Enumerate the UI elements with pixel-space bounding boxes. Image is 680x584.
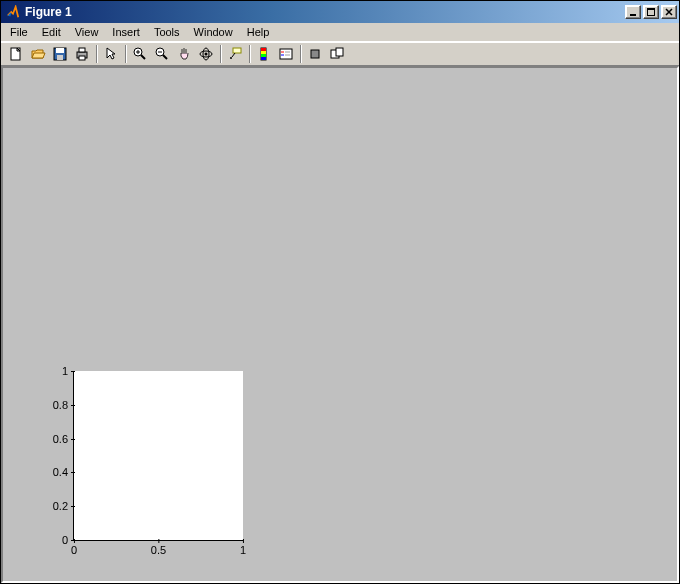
- y-tick-label: 0.6: [53, 433, 74, 445]
- svg-rect-27: [280, 49, 292, 59]
- svg-line-11: [141, 55, 145, 59]
- svg-rect-9: [79, 56, 85, 60]
- print-figure-button[interactable]: [71, 44, 93, 64]
- figure-canvas[interactable]: 00.20.40.60.8100.51: [1, 66, 679, 583]
- toolbar-separator: [125, 45, 126, 63]
- y-tick-label: 0.4: [53, 466, 74, 478]
- pan-button[interactable]: [173, 44, 195, 64]
- svg-rect-20: [233, 48, 241, 53]
- svg-rect-6: [57, 55, 63, 60]
- titlebar[interactable]: Figure 1: [1, 1, 679, 23]
- data-cursor-button[interactable]: [224, 44, 246, 64]
- new-figure-button[interactable]: [5, 44, 27, 64]
- y-tick-label: 1: [62, 365, 74, 377]
- toolbar-separator: [249, 45, 250, 63]
- svg-rect-8: [79, 48, 85, 52]
- svg-rect-26: [261, 57, 266, 60]
- save-figure-button[interactable]: [49, 44, 71, 64]
- minimize-button[interactable]: [625, 5, 641, 19]
- open-file-button[interactable]: [27, 44, 49, 64]
- svg-rect-24: [261, 51, 266, 54]
- toolbar-separator: [300, 45, 301, 63]
- x-tick-label: 1: [240, 540, 246, 556]
- axes[interactable]: 00.20.40.60.8100.51: [73, 371, 243, 541]
- svg-point-19: [205, 53, 208, 56]
- menu-insert[interactable]: Insert: [105, 24, 147, 40]
- close-button[interactable]: [661, 5, 677, 19]
- toolbar-separator: [220, 45, 221, 63]
- edit-plot-button[interactable]: [100, 44, 122, 64]
- y-tick-label: 0.8: [53, 399, 74, 411]
- svg-rect-5: [56, 48, 64, 53]
- x-tick-label: 0: [71, 540, 77, 556]
- menu-window[interactable]: Window: [187, 24, 240, 40]
- svg-rect-25: [261, 54, 266, 57]
- menubar: File Edit View Insert Tools Window Help: [1, 23, 679, 42]
- matlab-icon: [5, 4, 21, 20]
- menu-edit[interactable]: Edit: [35, 24, 68, 40]
- window-title: Figure 1: [25, 5, 623, 19]
- svg-line-15: [163, 55, 167, 59]
- menu-tools[interactable]: Tools: [147, 24, 187, 40]
- svg-rect-34: [336, 48, 343, 56]
- hide-plot-tools-button[interactable]: [304, 44, 326, 64]
- menu-help[interactable]: Help: [240, 24, 277, 40]
- x-tick-label: 0.5: [151, 540, 166, 556]
- svg-rect-2: [647, 8, 655, 10]
- y-tick-label: 0.2: [53, 500, 74, 512]
- toolbar-separator: [96, 45, 97, 63]
- toolbar: [1, 42, 679, 66]
- menu-file[interactable]: File: [3, 24, 35, 40]
- insert-colorbar-button[interactable]: [253, 44, 275, 64]
- figure-window: Figure 1 File Edit View Insert Tools Win…: [0, 0, 680, 584]
- menu-view[interactable]: View: [68, 24, 106, 40]
- show-plot-tools-button[interactable]: [326, 44, 348, 64]
- svg-rect-23: [261, 48, 266, 51]
- insert-legend-button[interactable]: [275, 44, 297, 64]
- zoom-out-button[interactable]: [151, 44, 173, 64]
- maximize-button[interactable]: [643, 5, 659, 19]
- svg-rect-32: [311, 50, 319, 58]
- svg-rect-0: [630, 14, 636, 16]
- rotate-3d-button[interactable]: [195, 44, 217, 64]
- svg-point-21: [230, 57, 232, 59]
- zoom-in-button[interactable]: [129, 44, 151, 64]
